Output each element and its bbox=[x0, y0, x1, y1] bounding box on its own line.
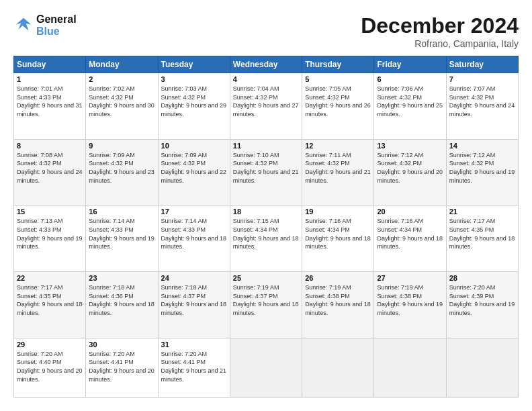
calendar-day-cell: 18Sunrise: 7:15 AMSunset: 4:34 PMDayligh… bbox=[230, 205, 302, 272]
calendar-day-header: Monday bbox=[86, 56, 158, 73]
calendar-day-cell: 12Sunrise: 7:11 AMSunset: 4:32 PMDayligh… bbox=[302, 139, 374, 205]
main-title: December 2024 bbox=[361, 13, 519, 38]
day-info: Sunrise: 7:12 AMSunset: 4:32 PMDaylight:… bbox=[377, 151, 443, 185]
day-number: 22 bbox=[17, 274, 83, 282]
calendar-day-header: Friday bbox=[374, 56, 446, 73]
calendar-day-cell: 23Sunrise: 7:18 AMSunset: 4:36 PMDayligh… bbox=[86, 272, 158, 338]
calendar-day-header: Tuesday bbox=[158, 56, 230, 73]
day-number: 28 bbox=[449, 274, 515, 282]
calendar-day-cell: 29Sunrise: 7:20 AMSunset: 4:40 PMDayligh… bbox=[14, 338, 86, 397]
day-info: Sunrise: 7:10 AMSunset: 4:32 PMDaylight:… bbox=[233, 151, 299, 185]
day-number: 4 bbox=[233, 75, 299, 83]
day-info: Sunrise: 7:09 AMSunset: 4:32 PMDaylight:… bbox=[89, 151, 154, 185]
calendar-day-cell: 30Sunrise: 7:20 AMSunset: 4:41 PMDayligh… bbox=[86, 338, 158, 397]
day-info: Sunrise: 7:06 AMSunset: 4:32 PMDaylight:… bbox=[377, 85, 443, 118]
calendar-day-cell: 16Sunrise: 7:14 AMSunset: 4:33 PMDayligh… bbox=[86, 205, 158, 272]
day-number: 14 bbox=[449, 142, 515, 150]
calendar-day-header: Thursday bbox=[302, 56, 374, 73]
day-info: Sunrise: 7:09 AMSunset: 4:32 PMDaylight:… bbox=[161, 151, 227, 185]
day-info: Sunrise: 7:13 AMSunset: 4:33 PMDaylight:… bbox=[17, 217, 83, 250]
day-info: Sunrise: 7:19 AMSunset: 4:38 PMDaylight:… bbox=[377, 283, 443, 317]
calendar-day-cell: 14Sunrise: 7:12 AMSunset: 4:32 PMDayligh… bbox=[446, 139, 518, 205]
day-number: 16 bbox=[89, 208, 154, 216]
day-number: 18 bbox=[233, 208, 299, 216]
day-number: 12 bbox=[305, 142, 371, 150]
calendar-day-cell: 19Sunrise: 7:16 AMSunset: 4:34 PMDayligh… bbox=[302, 205, 374, 272]
day-info: Sunrise: 7:17 AMSunset: 4:35 PMDaylight:… bbox=[17, 283, 83, 317]
day-info: Sunrise: 7:18 AMSunset: 4:36 PMDaylight:… bbox=[89, 283, 154, 317]
calendar-day-cell: 25Sunrise: 7:19 AMSunset: 4:37 PMDayligh… bbox=[230, 272, 302, 338]
day-info: Sunrise: 7:01 AMSunset: 4:33 PMDaylight:… bbox=[17, 85, 83, 118]
calendar-day-header: Wednesday bbox=[230, 56, 302, 73]
logo: General Blue bbox=[13, 13, 77, 37]
calendar-day-cell: 1Sunrise: 7:01 AMSunset: 4:33 PMDaylight… bbox=[14, 73, 86, 140]
calendar-week-row: 22Sunrise: 7:17 AMSunset: 4:35 PMDayligh… bbox=[14, 272, 519, 338]
calendar-day-cell: 31Sunrise: 7:20 AMSunset: 4:41 PMDayligh… bbox=[158, 338, 230, 397]
day-number: 5 bbox=[305, 75, 371, 83]
day-number: 2 bbox=[89, 75, 154, 83]
day-info: Sunrise: 7:07 AMSunset: 4:32 PMDaylight:… bbox=[449, 85, 515, 118]
day-number: 17 bbox=[161, 208, 227, 216]
day-number: 10 bbox=[161, 142, 227, 150]
calendar-day-cell bbox=[302, 338, 374, 397]
calendar-day-cell: 11Sunrise: 7:10 AMSunset: 4:32 PMDayligh… bbox=[230, 139, 302, 205]
page: General Blue December 2024 Rofrano, Camp… bbox=[0, 0, 532, 411]
day-number: 9 bbox=[89, 142, 154, 150]
day-info: Sunrise: 7:05 AMSunset: 4:32 PMDaylight:… bbox=[305, 85, 371, 118]
day-number: 31 bbox=[161, 340, 227, 349]
day-number: 30 bbox=[89, 340, 154, 349]
day-number: 19 bbox=[305, 208, 371, 216]
day-info: Sunrise: 7:20 AMSunset: 4:40 PMDaylight:… bbox=[17, 350, 83, 383]
day-info: Sunrise: 7:20 AMSunset: 4:39 PMDaylight:… bbox=[449, 283, 515, 317]
day-number: 13 bbox=[377, 142, 443, 150]
day-info: Sunrise: 7:17 AMSunset: 4:35 PMDaylight:… bbox=[449, 217, 515, 250]
day-number: 26 bbox=[305, 274, 371, 282]
day-info: Sunrise: 7:14 AMSunset: 4:33 PMDaylight:… bbox=[89, 217, 154, 250]
title-block: December 2024 Rofrano, Campania, Italy bbox=[361, 13, 519, 49]
svg-marker-0 bbox=[16, 17, 32, 30]
calendar-header-row: SundayMondayTuesdayWednesdayThursdayFrid… bbox=[14, 56, 519, 73]
calendar-table: SundayMondayTuesdayWednesdayThursdayFrid… bbox=[13, 56, 519, 398]
day-number: 15 bbox=[17, 208, 83, 216]
day-info: Sunrise: 7:16 AMSunset: 4:34 PMDaylight:… bbox=[305, 217, 371, 250]
calendar-day-cell: 17Sunrise: 7:14 AMSunset: 4:33 PMDayligh… bbox=[158, 205, 230, 272]
calendar-day-cell: 7Sunrise: 7:07 AMSunset: 4:32 PMDaylight… bbox=[446, 73, 518, 140]
day-number: 1 bbox=[17, 75, 83, 83]
day-info: Sunrise: 7:03 AMSunset: 4:32 PMDaylight:… bbox=[161, 85, 227, 118]
calendar-day-header: Sunday bbox=[14, 56, 86, 73]
day-info: Sunrise: 7:14 AMSunset: 4:33 PMDaylight:… bbox=[161, 217, 227, 250]
calendar-day-cell: 10Sunrise: 7:09 AMSunset: 4:32 PMDayligh… bbox=[158, 139, 230, 205]
day-info: Sunrise: 7:20 AMSunset: 4:41 PMDaylight:… bbox=[161, 350, 227, 383]
calendar-day-header: Saturday bbox=[446, 56, 518, 73]
logo-icon bbox=[13, 15, 34, 36]
day-info: Sunrise: 7:08 AMSunset: 4:32 PMDaylight:… bbox=[17, 151, 83, 185]
day-info: Sunrise: 7:11 AMSunset: 4:32 PMDaylight:… bbox=[305, 151, 371, 185]
calendar-week-row: 8Sunrise: 7:08 AMSunset: 4:32 PMDaylight… bbox=[14, 139, 519, 205]
calendar-day-cell bbox=[374, 338, 446, 397]
calendar-week-row: 15Sunrise: 7:13 AMSunset: 4:33 PMDayligh… bbox=[14, 205, 519, 272]
calendar-day-cell: 24Sunrise: 7:18 AMSunset: 4:37 PMDayligh… bbox=[158, 272, 230, 338]
calendar-day-cell: 6Sunrise: 7:06 AMSunset: 4:32 PMDaylight… bbox=[374, 73, 446, 140]
calendar-day-cell: 27Sunrise: 7:19 AMSunset: 4:38 PMDayligh… bbox=[374, 272, 446, 338]
calendar-day-cell: 2Sunrise: 7:02 AMSunset: 4:32 PMDaylight… bbox=[86, 73, 158, 140]
day-info: Sunrise: 7:18 AMSunset: 4:37 PMDaylight:… bbox=[161, 283, 227, 317]
header: General Blue December 2024 Rofrano, Camp… bbox=[13, 13, 519, 49]
calendar-day-cell: 8Sunrise: 7:08 AMSunset: 4:32 PMDaylight… bbox=[14, 139, 86, 205]
day-number: 27 bbox=[377, 274, 443, 282]
day-number: 3 bbox=[161, 75, 227, 83]
day-number: 29 bbox=[17, 340, 83, 349]
day-number: 7 bbox=[449, 75, 515, 83]
calendar-week-row: 1Sunrise: 7:01 AMSunset: 4:33 PMDaylight… bbox=[14, 73, 519, 140]
calendar-day-cell bbox=[446, 338, 518, 397]
day-info: Sunrise: 7:02 AMSunset: 4:32 PMDaylight:… bbox=[89, 85, 154, 118]
day-info: Sunrise: 7:15 AMSunset: 4:34 PMDaylight:… bbox=[233, 217, 299, 250]
day-info: Sunrise: 7:20 AMSunset: 4:41 PMDaylight:… bbox=[89, 350, 154, 383]
day-number: 21 bbox=[449, 208, 515, 216]
day-number: 20 bbox=[377, 208, 443, 216]
calendar-day-cell: 26Sunrise: 7:19 AMSunset: 4:38 PMDayligh… bbox=[302, 272, 374, 338]
day-number: 11 bbox=[233, 142, 299, 150]
logo-text: General Blue bbox=[36, 13, 77, 37]
calendar-day-cell: 22Sunrise: 7:17 AMSunset: 4:35 PMDayligh… bbox=[14, 272, 86, 338]
day-number: 6 bbox=[377, 75, 443, 83]
calendar-day-cell: 5Sunrise: 7:05 AMSunset: 4:32 PMDaylight… bbox=[302, 73, 374, 140]
